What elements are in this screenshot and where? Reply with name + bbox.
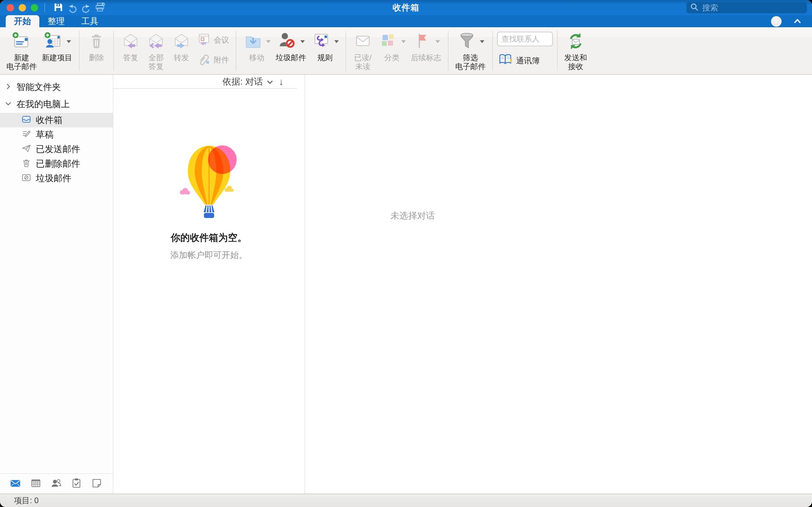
reply-button: 答复 — [118, 29, 143, 62]
dropdown-caret — [436, 40, 440, 43]
junk-button[interactable]: 垃圾邮件 — [273, 29, 309, 62]
calendar-module-button[interactable] — [30, 477, 42, 490]
tab-organize[interactable]: 整理 — [39, 15, 73, 27]
dropdown-caret — [67, 40, 71, 43]
ribbon-group-tags: 已读/ 未读 分类 后续标志 — [350, 29, 444, 74]
outlook-window: 收件箱 开始 整理 工具 ? 新建 电子邮件 — [0, 0, 812, 507]
attachment-icon — [197, 52, 211, 67]
ribbon-group-move: 移动 垃圾邮件 规则 — [241, 29, 341, 74]
tab-tools[interactable]: 工具 — [73, 15, 107, 27]
titlebar-divider — [44, 3, 45, 12]
window-controls — [7, 4, 38, 11]
ribbon-group-contacts: 通讯簿 — [497, 29, 553, 74]
save-button[interactable] — [51, 1, 65, 14]
find-contact-input[interactable] — [497, 32, 553, 46]
follow-up-button: 后续标志 — [408, 29, 444, 62]
address-book-button[interactable]: 通讯簿 — [497, 53, 553, 68]
categorize-button: 分类 — [375, 29, 408, 62]
forward-icon — [171, 31, 192, 52]
statusbar: 项目: 0 — [0, 494, 812, 507]
group-on-my-computer[interactable]: 在我的电脑上 — [0, 96, 113, 113]
people-module-button[interactable] — [50, 477, 62, 490]
ribbon-separator — [113, 31, 114, 71]
sort-direction-button[interactable]: ↓ — [279, 77, 284, 87]
window-title: 收件箱 — [393, 2, 419, 13]
group-smart-folders[interactable]: 智能文件夹 — [0, 78, 113, 96]
new-items-icon — [44, 31, 64, 52]
search-input[interactable] — [702, 3, 803, 12]
tasks-module-button[interactable] — [71, 477, 82, 490]
save-icon — [53, 2, 64, 14]
ribbon: 新建 电子邮件 新建项目 删除 答复 — [0, 27, 812, 75]
search-box[interactable] — [687, 2, 807, 13]
folder-inbox[interactable]: 收件箱 — [0, 113, 113, 127]
notes-icon — [91, 477, 102, 490]
folder-sent[interactable]: 已发送邮件 — [0, 142, 113, 157]
empty-inbox-title: 你的收件箱为空。 — [171, 231, 247, 244]
trash-icon — [21, 158, 31, 170]
list-sort-header: 依据: 对话 ↓ — [113, 75, 297, 89]
reply-all-button: 全部 答复 — [143, 29, 169, 71]
zoom-button[interactable] — [31, 4, 38, 11]
drafts-icon — [21, 129, 31, 141]
new-email-icon — [11, 31, 32, 52]
dropdown-caret — [480, 40, 484, 43]
categorize-icon — [378, 31, 398, 52]
reading-pane: 未选择对话 — [305, 75, 812, 494]
dropdown-caret — [334, 40, 339, 43]
titlebar: 收件箱 — [0, 0, 812, 15]
send-receive-icon — [565, 31, 586, 52]
chevron-down-icon — [267, 77, 273, 87]
empty-inbox-subtitle: 添加帐户即可开始。 — [170, 249, 247, 261]
search-icon — [690, 3, 699, 12]
read-unread-button: 已读/ 未读 — [350, 29, 375, 71]
junk-icon — [277, 31, 298, 52]
sort-by-button[interactable]: 依据: 对话 — [222, 76, 273, 88]
junk-folder-icon — [21, 173, 31, 184]
new-items-button[interactable]: 新建项目 — [39, 29, 75, 62]
print-icon — [94, 2, 106, 14]
reply-all-icon — [146, 31, 166, 52]
empty-inbox-state: 你的收件箱为空。 添加帐户即可开始。 — [113, 89, 305, 261]
redo-button — [79, 1, 93, 14]
calendar-icon — [30, 477, 42, 490]
address-book-icon — [498, 53, 513, 68]
ribbon-separator — [79, 31, 80, 71]
chevron-up-icon — [793, 17, 802, 26]
filter-email-button[interactable]: 筛选 电子邮件 — [453, 29, 488, 71]
mail-module-button[interactable] — [9, 477, 21, 490]
ribbon-group-new: 新建 电子邮件 新建项目 — [4, 29, 75, 74]
send-receive-button[interactable]: 发送和 接收 — [562, 29, 590, 71]
ribbon-tab-bar: 开始 整理 工具 ? — [0, 15, 812, 27]
ribbon-separator — [345, 31, 346, 71]
tab-home[interactable]: 开始 — [6, 15, 39, 27]
close-button[interactable] — [7, 4, 14, 11]
move-icon — [243, 31, 263, 52]
mail-icon — [9, 477, 21, 490]
read-unread-icon — [353, 31, 373, 52]
move-button: 移动 — [241, 29, 273, 62]
new-email-button[interactable]: 新建 电子邮件 — [4, 29, 39, 71]
ribbon-separator — [236, 31, 236, 71]
collapse-ribbon-button[interactable] — [791, 15, 804, 27]
forward-button: 转发 — [169, 29, 194, 62]
folder-sidebar: 智能文件夹 在我的电脑上 收件箱 草稿 已发送邮件 — [0, 75, 113, 494]
notes-module-button[interactable] — [91, 477, 102, 490]
folder-tree: 智能文件夹 在我的电脑上 收件箱 草稿 已发送邮件 — [0, 75, 113, 186]
attachment-button: 附件 — [194, 52, 232, 68]
folder-junk[interactable]: 垃圾邮件 — [0, 171, 113, 186]
message-list-pane: 依据: 对话 ↓ — [113, 75, 305, 494]
undo-icon — [67, 2, 78, 14]
rules-button[interactable]: 规则 — [309, 29, 341, 62]
main-content: 智能文件夹 在我的电脑上 收件箱 草稿 已发送邮件 — [0, 75, 812, 494]
minimize-button[interactable] — [19, 4, 26, 11]
inbox-icon — [21, 114, 31, 126]
folder-deleted[interactable]: 已删除邮件 — [0, 157, 113, 171]
dropdown-caret — [300, 40, 305, 43]
folder-drafts[interactable]: 草稿 — [0, 127, 113, 142]
redo-icon — [81, 2, 92, 14]
delete-button: 删除 — [84, 29, 109, 62]
help-button[interactable]: ? — [771, 16, 781, 26]
follow-up-icon — [412, 31, 433, 52]
chevron-down-icon — [5, 99, 12, 109]
